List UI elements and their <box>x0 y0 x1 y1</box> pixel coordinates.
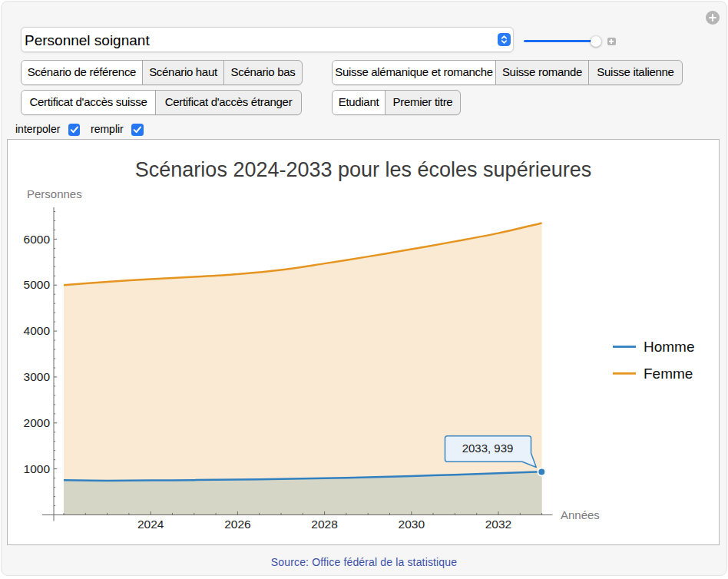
svg-text:Homme: Homme <box>644 339 695 355</box>
svg-text:2026: 2026 <box>224 518 250 531</box>
svg-text:6000: 6000 <box>24 233 51 246</box>
svg-text:3000: 3000 <box>24 370 51 383</box>
svg-text:2028: 2028 <box>311 518 337 531</box>
svg-text:Personnes: Personnes <box>27 187 82 200</box>
svg-text:2024: 2024 <box>137 518 164 531</box>
svg-text:5000: 5000 <box>24 278 51 291</box>
svg-text:Années: Années <box>561 508 600 521</box>
svg-text:4000: 4000 <box>24 324 51 337</box>
svg-text:2032: 2032 <box>485 518 511 531</box>
svg-text:1000: 1000 <box>24 462 51 475</box>
svg-text:Femme: Femme <box>644 366 693 382</box>
svg-text:2000: 2000 <box>24 416 51 429</box>
svg-text:2030: 2030 <box>399 518 425 531</box>
